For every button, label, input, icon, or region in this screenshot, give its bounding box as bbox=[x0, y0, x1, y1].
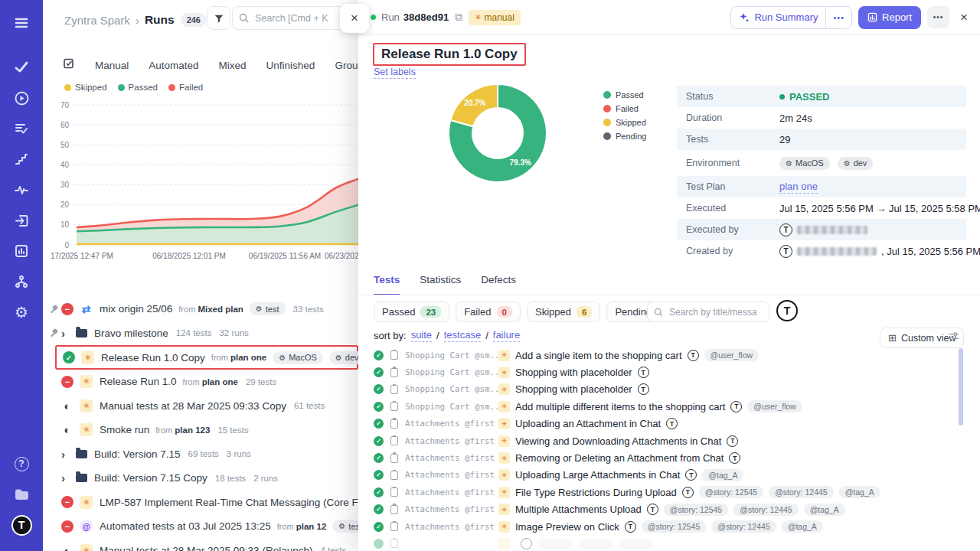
runs-panel-close-button[interactable]: × bbox=[340, 4, 369, 33]
set-labels-link[interactable]: Set labels bbox=[374, 67, 416, 79]
run-row[interactable]: ◐✳Smoke runfrom plan 12315 tests bbox=[43, 418, 358, 442]
tab-tests[interactable]: Tests bbox=[374, 274, 400, 295]
legend-dot bbox=[603, 105, 611, 112]
dashboards-chart-icon[interactable] bbox=[8, 237, 35, 265]
test-row[interactable] bbox=[374, 535, 959, 551]
test-title: Removing or Deleting an Attachment from … bbox=[515, 452, 724, 464]
status-icon-aborted: − bbox=[61, 496, 74, 508]
assignee-filter-avatar[interactable]: T bbox=[776, 300, 798, 321]
copy-icon[interactable]: ⧉ bbox=[455, 11, 462, 24]
folder-icon bbox=[76, 329, 87, 337]
run-title: Release Run 1.0 Copy bbox=[101, 352, 205, 364]
tab-groups[interactable]: Groups bbox=[335, 60, 358, 71]
more-actions-button[interactable]: ••• bbox=[927, 6, 949, 28]
sort-link-testcase[interactable]: testcase bbox=[444, 329, 481, 342]
status-filter-chips: Passed23Failed0Skipped6Pending0 bbox=[374, 302, 681, 322]
test-suite: Attachments @first bbox=[405, 522, 498, 532]
activity-pulse-icon[interactable] bbox=[8, 176, 35, 204]
user-avatar: T bbox=[779, 245, 792, 258]
select-all-icon[interactable] bbox=[63, 57, 75, 73]
test-row[interactable]: ✓Shopping Cart @sm...✳Add a single item … bbox=[374, 347, 959, 364]
assignee-avatar: T bbox=[647, 504, 658, 515]
chevron-expand-icon[interactable]: › bbox=[61, 471, 69, 484]
runs-list: −⇄mix origin 25/06from Mixed plan⚙test33… bbox=[43, 297, 358, 551]
test-passed-icon: ✓ bbox=[374, 504, 384, 514]
test-row[interactable]: ✓Attachments @first✳Viewing and Download… bbox=[374, 432, 959, 449]
test-row[interactable]: ✓Attachments @first✳File Type Restrictio… bbox=[374, 484, 959, 500]
sparkle-icon: ✳ bbox=[475, 13, 481, 21]
run-row[interactable]: ›Build: Version 7.1569 tests3 runs bbox=[43, 442, 358, 467]
run-summary-more-button[interactable]: ••• bbox=[826, 7, 851, 28]
sign-in-runs-icon[interactable] bbox=[8, 207, 35, 234]
svg-text:06/18/2025 12:01 PM: 06/18/2025 12:01 PM bbox=[152, 252, 226, 260]
check-nav-icon[interactable] bbox=[8, 54, 35, 81]
run-row[interactable]: ✓✳Release Run 1.0 Copyfrom plan one⚙MacO… bbox=[55, 345, 358, 370]
tests-search-input[interactable] bbox=[668, 306, 758, 318]
run-row[interactable]: −✳LMP-587 Implement Real-Time Chat Messa… bbox=[43, 491, 358, 515]
test-row[interactable]: ✓Attachments @first✳Multiple Attachments… bbox=[374, 501, 959, 518]
runs-search-input[interactable] bbox=[253, 12, 330, 24]
settings-gear-icon[interactable]: ⚙ bbox=[8, 298, 35, 326]
test-row[interactable]: ✓Attachments @first✳Uploading Large Atta… bbox=[374, 467, 959, 484]
run-row[interactable]: −⇄mix origin 25/06from Mixed plan⚙test33… bbox=[43, 297, 358, 321]
run-row[interactable]: −✳Release Run 1.0from plan one29 tests bbox=[43, 370, 358, 394]
manual-test-icon: ✳ bbox=[498, 452, 510, 464]
test-row[interactable]: ✓Shopping Cart @sm...✳Shopping with plac… bbox=[374, 381, 959, 398]
test-row[interactable]: ✓Shopping Cart @sm...✳Shopping with plac… bbox=[374, 364, 959, 380]
run-status-dot bbox=[371, 15, 376, 20]
branch-versions-icon[interactable] bbox=[8, 268, 35, 295]
run-meta: 29 tests bbox=[246, 377, 276, 386]
chevron-expand-icon[interactable]: › bbox=[61, 448, 69, 461]
run-from: from plan one bbox=[211, 353, 266, 362]
manual-test-icon: ✳ bbox=[498, 367, 510, 378]
run-from: from plan one bbox=[183, 377, 238, 386]
run-row[interactable]: ›Build: Version 7.15 Copy18 tests2 runs bbox=[43, 466, 358, 491]
env-tag-label: dev bbox=[345, 353, 358, 362]
runs-search[interactable] bbox=[232, 6, 345, 30]
sort-link-failure[interactable]: failure bbox=[493, 329, 520, 342]
test-row[interactable]: ✓Attachments @first✳Image Preview on Cli… bbox=[374, 518, 959, 535]
sort-link-suite[interactable]: suite bbox=[411, 329, 432, 342]
tests-scrollbar[interactable] bbox=[959, 348, 963, 425]
milestones-steps-icon[interactable] bbox=[8, 145, 35, 173]
filter-chip-passed[interactable]: Passed23 bbox=[374, 302, 449, 322]
workspace-avatar[interactable]: T bbox=[8, 511, 35, 539]
run-row[interactable]: ›Bravo milestone124 tests32 runs bbox=[43, 321, 358, 346]
tab-defects[interactable]: Defects bbox=[481, 274, 516, 295]
filter-chip-failed[interactable]: Failed0 bbox=[456, 302, 521, 322]
test-cases-list-icon[interactable] bbox=[8, 115, 35, 142]
run-meta: 32 runs bbox=[219, 328, 248, 337]
breadcrumb-app[interactable]: Zyntra Spark bbox=[64, 14, 130, 27]
test-passed-icon: ✓ bbox=[374, 350, 384, 360]
chevron-expand-icon[interactable]: › bbox=[61, 327, 69, 340]
tab-automated[interactable]: Automated bbox=[149, 60, 198, 71]
run-row[interactable]: ◐✳Manual tests at 28 Mar 2025 09:33 Copy… bbox=[43, 394, 358, 419]
tab-mixed[interactable]: Mixed bbox=[219, 60, 247, 71]
tests-search[interactable] bbox=[647, 302, 769, 322]
help-icon[interactable]: ? bbox=[8, 450, 35, 478]
svg-text:06/19/2025 11:56 AM: 06/19/2025 11:56 AM bbox=[249, 252, 321, 260]
test-row[interactable]: ✓Attachments @first✳Uploading an Attachm… bbox=[374, 416, 959, 432]
assignee-avatar bbox=[521, 538, 532, 549]
run-row[interactable]: ◐✳Manual tests at 28 Mar 2025 09:33 (Rel… bbox=[43, 539, 358, 551]
panel-close-icon[interactable]: × bbox=[960, 10, 968, 25]
run-summary-button[interactable]: Run Summary bbox=[731, 7, 825, 28]
test-row[interactable]: ✓Shopping Cart @sm...✳Add multiple diffe… bbox=[374, 398, 959, 415]
report-button[interactable]: Report bbox=[858, 6, 921, 29]
detail-label: Environment bbox=[686, 158, 779, 168]
tab-statistics[interactable]: Statistics bbox=[420, 274, 461, 295]
tab-manual[interactable]: Manual bbox=[95, 60, 129, 71]
hamburger-menu-icon[interactable] bbox=[8, 9, 35, 37]
tab-unfinished[interactable]: Unfinished bbox=[266, 60, 315, 71]
play-circle-icon[interactable] bbox=[8, 84, 35, 112]
view-settings-sliders-icon[interactable] bbox=[948, 331, 959, 345]
test-plan-link[interactable]: plan one bbox=[779, 181, 818, 194]
run-row[interactable]: −@Automated tests at 03 Jul 2025 13:25fr… bbox=[43, 514, 358, 539]
test-tag-badge: @story: 12545 bbox=[664, 504, 728, 516]
test-row[interactable]: ✓Attachments @first✳Removing or Deleting… bbox=[374, 449, 959, 466]
filter-button[interactable] bbox=[207, 6, 230, 30]
projects-folder-icon[interactable] bbox=[8, 481, 35, 508]
test-passed-icon: ✓ bbox=[374, 384, 384, 394]
status-dot bbox=[779, 94, 785, 99]
filter-chip-skipped[interactable]: Skipped6 bbox=[527, 302, 600, 322]
